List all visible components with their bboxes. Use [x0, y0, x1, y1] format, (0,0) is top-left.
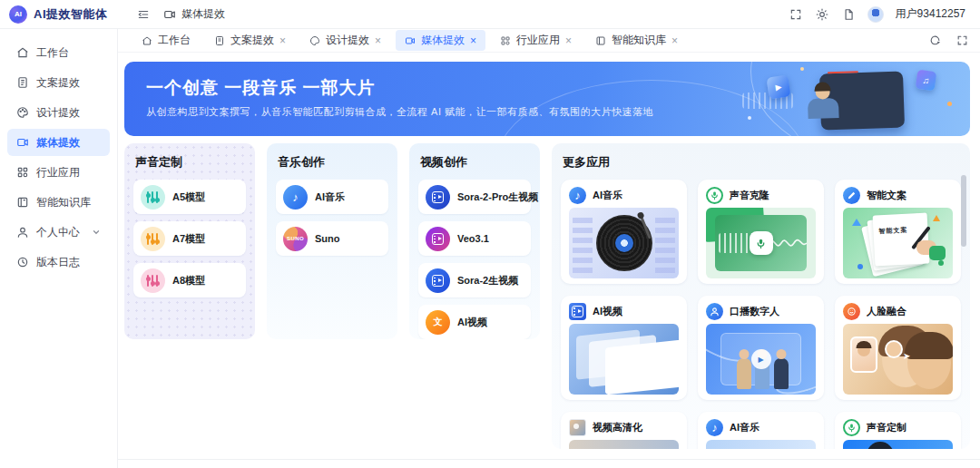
paper-title: 智能文案 [878, 227, 907, 235]
sidebar-item-personal[interactable]: 个人中心 [7, 219, 110, 246]
tab-knowledge[interactable]: 智能知识库 × [586, 30, 687, 51]
video-icon [16, 136, 29, 149]
section-title: 视频创作 [420, 154, 529, 171]
triangle-decoration [933, 215, 940, 221]
app-card-image [843, 440, 953, 449]
arrow-icon: ➤ [903, 351, 910, 361]
sleeve-decoration [929, 246, 946, 260]
tool-label: Sora-2生视频 [457, 274, 518, 288]
scrollbar-thumb[interactable] [961, 175, 966, 247]
document-panel-icon[interactable] [841, 7, 856, 22]
sidebar-item-label: 工作台 [36, 45, 69, 61]
app-logo-icon: AI [9, 5, 27, 24]
tab-label: 设计提效 [326, 33, 369, 48]
equalizer-icon [141, 268, 165, 293]
tool-label: Suno [315, 233, 340, 244]
app-card-digital-human[interactable]: 口播数字人 ▶ [698, 296, 824, 400]
dot-decoration [858, 264, 863, 269]
home-icon [142, 35, 152, 46]
user-name[interactable]: 用户93412257 [896, 6, 965, 22]
tab-close-icon[interactable]: × [279, 35, 286, 46]
section-title: 更多应用 [563, 154, 959, 171]
music-note-icon: ♪ [283, 185, 308, 210]
more-apps-grid: ♪ AI音乐 [561, 180, 961, 449]
microphone-icon [706, 187, 723, 204]
tool-card-ai-video[interactable]: 文 AI视频 [418, 305, 531, 339]
app-card-image [706, 440, 816, 449]
tab-close-icon[interactable]: × [375, 35, 381, 46]
panel-voice-customization: 声音定制 A5模型 A7模型 A8模型 [124, 143, 255, 339]
film-icon [569, 303, 586, 320]
tab-close-icon[interactable]: × [565, 35, 572, 46]
tool-card-veo31[interactable]: Veo3.1 [418, 221, 531, 256]
tab-media[interactable]: 媒体提效 × [396, 30, 485, 51]
tab-workbench[interactable]: 工作台 [132, 30, 200, 51]
home-icon [16, 46, 29, 59]
app-card-ai-video[interactable]: AI视频 [561, 296, 687, 400]
film-icon [426, 268, 450, 293]
person-figure [737, 358, 751, 389]
user-avatar[interactable] [867, 6, 884, 23]
sidebar-item-design[interactable]: 设计提效 [7, 99, 110, 126]
sidebar-item-workbench[interactable]: 工作台 [7, 39, 110, 66]
app-title: AI提效智能体 [34, 6, 108, 23]
panels-row: 声音定制 A5模型 A7模型 A8模型 音乐创作 ♪ [124, 143, 970, 449]
sidebar-item-label: 版本日志 [36, 255, 80, 270]
sidebar-item-media[interactable]: 媒体提效 [7, 129, 110, 156]
app-card-ai-music[interactable]: ♪ AI音乐 [561, 180, 687, 284]
tool-card-ai-music[interactable]: ♪ AI音乐 [276, 180, 388, 214]
topbar-left: 媒体提效 [118, 6, 225, 22]
tab-label: 行业应用 [516, 33, 560, 48]
sidebar-item-label: 智能知识库 [36, 195, 91, 210]
collapse-sidebar-icon[interactable] [136, 7, 151, 22]
app-card-face-fusion[interactable]: 人脸融合 ➤ [835, 296, 961, 400]
tablet-video-player [819, 71, 905, 130]
tool-card-sora2pro[interactable]: Sora-2-Pro生视频 [418, 180, 531, 214]
sidebar-item-copywriting[interactable]: 文案提效 [7, 69, 110, 96]
theme-sun-icon[interactable] [815, 7, 829, 22]
app-card-label: 口播数字人 [730, 305, 779, 318]
app-card-voice-custom[interactable]: 声音定制 [835, 412, 961, 449]
video-grid-panel [605, 340, 679, 395]
model-card-a8[interactable]: A8模型 [133, 263, 246, 297]
app-card-video-upscale[interactable]: 视频高清化 [561, 412, 687, 449]
expand-tabs-icon[interactable] [955, 34, 969, 48]
hd-thumbnail-icon [569, 419, 586, 436]
tab-copywriting[interactable]: 文案提效 × [205, 30, 295, 51]
sidebar-item-industry[interactable]: 行业应用 [7, 159, 110, 186]
tab-close-icon[interactable]: × [671, 35, 678, 46]
tool-label: AI音乐 [315, 190, 345, 204]
app-card-voice-clone[interactable]: 声音克隆 [698, 180, 824, 284]
film-icon [426, 227, 450, 251]
section-title: 音乐创作 [278, 154, 387, 171]
app-card-ai-music-2[interactable]: ♪ AI音乐 [698, 412, 824, 449]
model-card-a7[interactable]: A7模型 [133, 221, 246, 256]
topbar-right: 用户93412257 [789, 6, 980, 23]
tool-card-suno[interactable]: SUNO Suno [276, 221, 388, 256]
music-note-icon: ♪ [706, 419, 723, 436]
app-card-label: AI音乐 [593, 189, 622, 202]
model-card-a5[interactable]: A5模型 [133, 180, 246, 214]
sidebar-item-changelog[interactable]: 版本日志 [7, 249, 110, 276]
banner-subtitle: 从创意构思到文案撰写，从音乐智能匹配到剪辑合成，全流程 AI 赋能，让一部有质感… [146, 105, 653, 119]
tab-industry[interactable]: 行业应用 × [491, 30, 581, 51]
sidebar-item-knowledge[interactable]: 智能知识库 [7, 189, 110, 216]
breadcrumb-label: 媒体提效 [181, 6, 225, 22]
sidebar-item-label: 设计提效 [36, 105, 80, 121]
tab-bar: 工作台 文案提效 × 设计提效 × 媒体提效 × 行业应用 × 智能知识库 × [118, 29, 980, 53]
app-card-smart-copy[interactable]: 智能文案 智能文案 [835, 180, 961, 284]
sidebar-item-label: 个人中心 [36, 225, 80, 240]
sidebar-item-label: 文案提效 [36, 75, 80, 91]
fullscreen-icon[interactable] [789, 7, 803, 22]
refresh-icon[interactable] [927, 34, 942, 48]
video-icon [163, 8, 176, 21]
microphone-icon [843, 419, 860, 436]
triangle-decoration [852, 219, 861, 226]
tab-close-icon[interactable]: × [470, 35, 476, 46]
tab-design[interactable]: 设计提效 × [300, 30, 390, 51]
model-label: A8模型 [172, 274, 205, 288]
film-icon [426, 185, 450, 210]
suno-logo: SUNO [283, 227, 308, 251]
sidebar-item-label: 行业应用 [36, 165, 80, 180]
tool-card-sora2[interactable]: Sora-2生视频 [418, 263, 531, 297]
